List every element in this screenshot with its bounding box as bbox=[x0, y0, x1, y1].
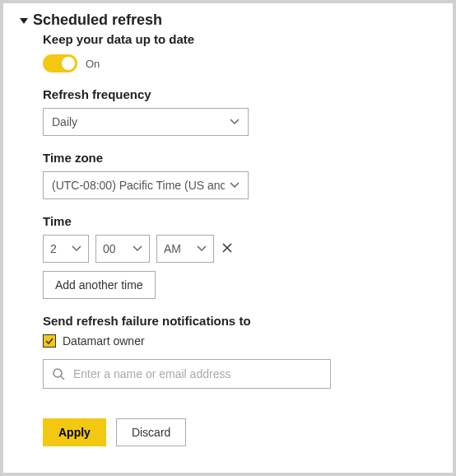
chevron-down-icon bbox=[72, 244, 81, 254]
close-icon bbox=[222, 243, 232, 253]
discard-button[interactable]: Discard bbox=[116, 418, 186, 446]
frequency-label: Refresh frequency bbox=[43, 87, 436, 101]
keep-data-toggle-state: On bbox=[86, 58, 100, 70]
time-ampm-value: AM bbox=[164, 242, 181, 255]
discard-button-label: Discard bbox=[132, 426, 170, 439]
frequency-value: Daily bbox=[52, 115, 77, 128]
svg-line-1 bbox=[61, 376, 64, 380]
add-time-label: Add another time bbox=[55, 278, 143, 292]
time-hour-value: 2 bbox=[50, 242, 57, 255]
search-icon bbox=[52, 367, 65, 380]
section-header[interactable]: Scheduled refresh bbox=[20, 12, 436, 29]
notification-recipient-input[interactable]: Enter a name or email address bbox=[43, 359, 331, 389]
time-label: Time bbox=[43, 214, 436, 228]
notification-input-placeholder: Enter a name or email address bbox=[73, 367, 230, 380]
timezone-select[interactable]: (UTC-08:00) Pacific Time (US and Canada) bbox=[43, 171, 249, 199]
chevron-down-icon bbox=[230, 117, 240, 127]
apply-button[interactable]: Apply bbox=[43, 418, 106, 446]
caret-down-icon bbox=[20, 18, 28, 24]
svg-point-0 bbox=[54, 369, 62, 377]
time-minute-value: 00 bbox=[103, 242, 116, 255]
add-another-time-button[interactable]: Add another time bbox=[43, 271, 156, 299]
frequency-select[interactable]: Daily bbox=[43, 108, 249, 136]
checkmark-icon bbox=[44, 336, 54, 346]
chevron-down-icon bbox=[230, 180, 240, 190]
time-hour-select[interactable]: 2 bbox=[43, 235, 89, 263]
keep-data-label: Keep your data up to date bbox=[43, 32, 436, 46]
time-ampm-select[interactable]: AM bbox=[156, 235, 214, 263]
time-row: 2 00 AM bbox=[43, 235, 436, 263]
datamart-owner-label: Datamart owner bbox=[63, 334, 145, 348]
remove-time-button[interactable] bbox=[221, 241, 234, 256]
section-title: Scheduled refresh bbox=[33, 12, 162, 29]
apply-button-label: Apply bbox=[58, 426, 91, 439]
scheduled-refresh-panel: Scheduled refresh Keep your data up to d… bbox=[0, 0, 456, 476]
time-minute-select[interactable]: 00 bbox=[95, 235, 150, 263]
timezone-value: (UTC-08:00) Pacific Time (US and Canada) bbox=[52, 179, 225, 192]
notifications-label: Send refresh failure notifications to bbox=[43, 314, 436, 328]
datamart-owner-checkbox[interactable] bbox=[43, 334, 56, 348]
chevron-down-icon bbox=[197, 244, 207, 254]
chevron-down-icon bbox=[133, 244, 142, 254]
keep-data-toggle[interactable] bbox=[43, 54, 77, 72]
timezone-label: Time zone bbox=[43, 151, 436, 165]
